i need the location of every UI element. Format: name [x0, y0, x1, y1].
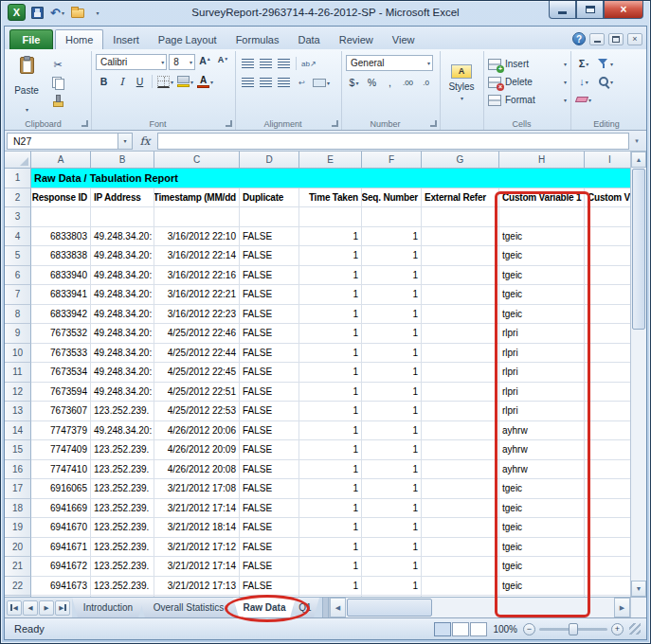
cell[interactable]: 123.252.239. [91, 557, 154, 577]
row-header-9[interactable]: 9 [5, 324, 31, 344]
cell[interactable] [422, 440, 499, 460]
cell[interactable]: tgeic [499, 227, 585, 247]
vertical-scroll-thumb[interactable] [632, 169, 645, 330]
italic-button[interactable]: I [114, 74, 130, 89]
row-header-18[interactable]: 18 [5, 499, 31, 519]
row-header-10[interactable]: 10 [5, 344, 31, 364]
column-header-f[interactable]: F [362, 152, 422, 169]
autosum-button[interactable]: Σ▾ [575, 56, 592, 71]
cell[interactable]: 3/21/2012 17:14 [154, 557, 240, 577]
cell[interactable]: 1 [362, 363, 422, 383]
cell[interactable]: 123.252.239. [91, 479, 154, 499]
clipboard-dialog-launcher-icon[interactable] [81, 120, 88, 127]
cell[interactable]: 49.248.34.20: [91, 383, 154, 402]
cell[interactable]: 1 [299, 499, 362, 519]
cell[interactable]: 49.248.34.20: [91, 363, 154, 383]
cell[interactable]: 7673594 [31, 383, 91, 402]
cell[interactable] [585, 383, 630, 402]
cell[interactable] [422, 577, 499, 597]
cell[interactable]: 7747409 [31, 440, 91, 460]
row-header-7[interactable]: 7 [5, 285, 31, 305]
cell[interactable]: 1 [299, 479, 362, 499]
font-size-select[interactable]: 8▾ [169, 54, 195, 70]
cell[interactable] [422, 460, 499, 480]
cell[interactable] [585, 324, 630, 344]
cell[interactable]: 1 [362, 479, 422, 499]
accounting-format-button[interactable]: $▾ [346, 75, 362, 90]
font-name-select[interactable]: Calibri▾ [96, 54, 167, 70]
increase-decimal-button[interactable]: .00 [400, 75, 416, 90]
horizontal-scrollbar[interactable]: ◀ ▶ [329, 598, 630, 617]
row-header-8[interactable]: 8 [5, 305, 31, 325]
cell[interactable]: 1 [299, 421, 362, 441]
cell[interactable]: 3/21/2012 18:14 [154, 518, 240, 538]
cell[interactable] [422, 499, 499, 519]
ribbon-tab-data[interactable]: Data [288, 30, 329, 49]
copy-button[interactable] [48, 75, 67, 90]
ribbon-tab-home[interactable]: Home [55, 29, 103, 49]
cell[interactable] [422, 518, 499, 538]
align-bottom-button[interactable] [276, 56, 292, 71]
sheet-tab-introduction[interactable]: Introduction [72, 598, 144, 617]
alignment-dialog-launcher-icon[interactable] [332, 120, 338, 127]
first-sheet-button[interactable]: ◀ [7, 600, 22, 616]
cell[interactable]: 3/16/2012 22:21 [154, 285, 240, 305]
cell[interactable]: 49.248.34.20: [91, 246, 154, 266]
row-header-21[interactable]: 21 [5, 557, 31, 577]
cell[interactable]: 3/16/2012 22:10 [154, 227, 240, 247]
cell[interactable] [422, 557, 499, 577]
cell[interactable] [422, 344, 499, 364]
last-sheet-button[interactable]: ▶ [55, 600, 70, 616]
clear-button[interactable]: ▾ [575, 92, 592, 107]
name-box-dropdown-icon[interactable]: ▾ [118, 133, 133, 150]
cell[interactable]: 1 [362, 305, 422, 325]
cell[interactable]: 1 [362, 518, 422, 538]
cell[interactable]: 1 [362, 344, 422, 364]
cell[interactable]: 6941670 [31, 518, 91, 538]
cell[interactable]: 7673532 [31, 324, 91, 344]
insert-function-button[interactable]: fx [133, 133, 157, 150]
formula-input[interactable] [157, 133, 629, 150]
page-layout-view-button[interactable] [452, 622, 469, 636]
row-header-13[interactable]: 13 [5, 402, 31, 421]
cell[interactable] [240, 207, 299, 227]
cell[interactable]: 1 [299, 518, 362, 538]
orientation-button[interactable]: ab↗ [300, 56, 317, 71]
cell[interactable]: 49.248.34.20: [91, 285, 154, 305]
cell[interactable]: IP Address [91, 188, 154, 208]
row-header-2[interactable]: 2 [5, 188, 31, 208]
cell[interactable]: 6833941 [31, 285, 91, 305]
ribbon-tab-page-layout[interactable]: Page Layout [149, 30, 226, 49]
undo-dropdown-icon[interactable]: ▾ [62, 9, 64, 16]
number-format-select[interactable]: General▾ [346, 55, 433, 71]
cell[interactable] [585, 363, 630, 383]
cell[interactable]: FALSE [240, 421, 299, 441]
cell[interactable] [154, 207, 240, 227]
column-header-c[interactable]: C [154, 152, 240, 169]
cell[interactable]: 49.248.34.20: [91, 421, 154, 441]
sheet-tab-overall-statistics[interactable]: Overall Statistics [139, 598, 238, 617]
cell[interactable] [585, 440, 630, 460]
page-break-view-button[interactable] [470, 622, 487, 636]
row-header-5[interactable]: 5 [5, 246, 31, 266]
cell[interactable]: 7673533 [31, 344, 91, 364]
scroll-left-button[interactable]: ◀ [330, 598, 346, 617]
cell[interactable]: Time Taken [299, 188, 362, 208]
cell[interactable]: FALSE [240, 518, 299, 538]
wrap-text-button[interactable]: ↩ [294, 75, 310, 90]
undo-button[interactable]: ↶▾ [49, 5, 65, 21]
cell[interactable]: 1 [299, 557, 362, 577]
cell[interactable] [585, 538, 630, 558]
cell[interactable]: 1 [362, 460, 422, 480]
cell[interactable] [422, 246, 499, 266]
resize-grip[interactable] [629, 623, 641, 635]
cell[interactable]: FALSE [240, 344, 299, 364]
cell[interactable] [585, 207, 630, 227]
cell[interactable]: FALSE [240, 266, 299, 286]
cell[interactable]: 1 [299, 344, 362, 364]
cell[interactable]: FALSE [240, 538, 299, 558]
align-right-button[interactable] [276, 75, 292, 90]
cell[interactable]: tgeic [499, 577, 585, 597]
cell[interactable]: 6833942 [31, 305, 91, 325]
excel-app-icon[interactable]: X [8, 4, 26, 21]
